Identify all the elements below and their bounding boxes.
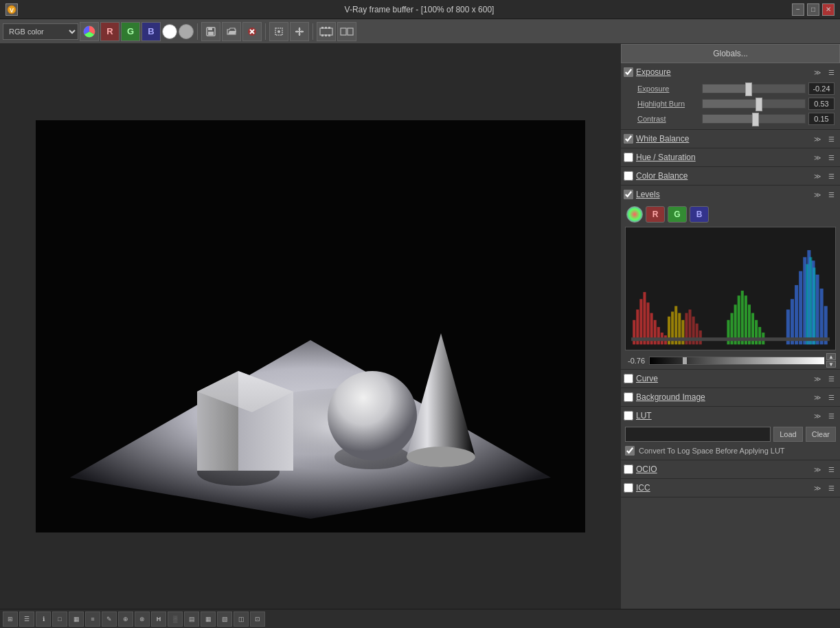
exposure-expand-icon[interactable]: ≫ — [811, 66, 824, 78]
white-balance-checkbox[interactable] — [624, 134, 633, 144]
taskbar-btn-3[interactable]: □ — [52, 612, 67, 627]
highlight-burn-label[interactable]: Highlight Burn — [637, 100, 699, 108]
hue-saturation-menu-icon[interactable]: ☰ — [825, 151, 837, 164]
exposure-slider-track[interactable] — [702, 84, 806, 93]
background-image-expand-icon[interactable]: ≫ — [811, 391, 824, 403]
hue-saturation-expand-icon[interactable]: ≫ — [811, 151, 824, 164]
stereo-button[interactable] — [337, 22, 356, 41]
taskbar-btn-9[interactable]: H — [151, 612, 166, 627]
taskbar-btn-14[interactable]: ◫ — [234, 612, 249, 627]
white-balance-label[interactable]: White Balance — [636, 134, 808, 144]
exposure-slider-value[interactable]: -0.24 — [808, 82, 835, 95]
r-channel-button[interactable]: R — [100, 22, 120, 41]
color-balance-label[interactable]: Color Balance — [636, 171, 808, 181]
open-button[interactable] — [222, 22, 241, 41]
r-channel-level-button[interactable]: R — [646, 206, 665, 223]
lut-checkbox[interactable] — [624, 411, 633, 420]
filmstrip-button[interactable] — [317, 22, 336, 41]
region-button[interactable] — [269, 22, 288, 41]
contrast-track[interactable] — [702, 114, 806, 124]
highlight-burn-value[interactable]: 0.53 — [808, 98, 835, 110]
render-area — [0, 44, 620, 609]
taskbar-btn-1[interactable]: ☰ — [19, 612, 34, 627]
lut-menu-icon[interactable]: ☰ — [825, 410, 837, 422]
taskbar-btn-10[interactable]: ░ — [168, 612, 183, 627]
g-channel-button[interactable]: G — [121, 22, 140, 41]
taskbar-btn-7[interactable]: ⊕ — [118, 612, 133, 627]
exposure-menu-icon[interactable]: ☰ — [825, 66, 837, 78]
g-channel-level-button[interactable]: G — [668, 206, 687, 223]
highlight-burn-track[interactable] — [702, 99, 806, 109]
b-channel-level-button[interactable]: B — [690, 206, 709, 223]
lut-load-button[interactable]: Load — [773, 427, 802, 442]
curve-label[interactable]: Curve — [636, 374, 808, 383]
hue-saturation-checkbox[interactable] — [624, 153, 633, 162]
exposure-slider-label[interactable]: Exposure — [637, 85, 699, 93]
taskbar-btn-6[interactable]: ✎ — [102, 612, 117, 627]
levels-checkbox[interactable] — [624, 190, 633, 199]
lut-file-input[interactable] — [625, 427, 771, 442]
icc-expand-icon[interactable]: ≫ — [811, 482, 824, 494]
white-balance-menu-icon[interactable]: ☰ — [825, 133, 837, 145]
histogram-down-arrow[interactable]: ▼ — [826, 361, 836, 368]
b-channel-button[interactable]: B — [141, 22, 161, 41]
curve-expand-icon[interactable]: ≫ — [811, 372, 824, 385]
taskbar-btn-15[interactable]: ⊡ — [250, 612, 265, 627]
color-balance-menu-icon[interactable]: ☰ — [825, 170, 837, 182]
color-mode-select[interactable]: RGB color Alpha Luminance — [3, 23, 78, 40]
minimize-button[interactable]: − — [792, 3, 804, 16]
levels-label[interactable]: Levels — [636, 190, 808, 199]
convert-log-checkbox[interactable] — [625, 446, 635, 456]
white-balance-expand-icon[interactable]: ≫ — [811, 133, 824, 145]
color-balance-checkbox[interactable] — [624, 171, 633, 181]
background-image-menu-icon[interactable]: ☰ — [825, 391, 837, 403]
levels-menu-icon[interactable]: ☰ — [825, 188, 837, 201]
gray-circle-button[interactable] — [179, 24, 194, 39]
taskbar-btn-8[interactable]: ⊗ — [135, 612, 150, 627]
icc-checkbox[interactable] — [624, 483, 633, 493]
globals-button[interactable]: Globals... — [621, 44, 840, 63]
curve-checkbox[interactable] — [624, 374, 633, 383]
background-image-label[interactable]: Background Image — [636, 392, 808, 402]
exposure-checkbox[interactable] — [624, 67, 633, 77]
taskbar-btn-11[interactable]: ▤ — [184, 612, 199, 627]
background-image-checkbox[interactable] — [624, 392, 633, 402]
ocio-label[interactable]: OCIO — [636, 464, 808, 474]
taskbar-btn-4[interactable]: ▦ — [69, 612, 84, 627]
levels-expand-icon[interactable]: ≫ — [811, 188, 824, 201]
ocio-expand-icon[interactable]: ≫ — [811, 463, 824, 475]
taskbar-btn-12[interactable]: ▦ — [201, 612, 216, 627]
icc-menu-icon[interactable]: ☰ — [825, 482, 837, 494]
taskbar-btn-13[interactable]: ▧ — [217, 612, 232, 627]
svg-rect-53 — [699, 330, 702, 344]
window-title: V-Ray frame buffer - [100% of 800 x 600] — [47, 5, 792, 14]
contrast-label[interactable]: Contrast — [637, 115, 699, 123]
app-icon-btn[interactable]: V — [5, 3, 18, 16]
icc-label[interactable]: ICC — [636, 483, 808, 493]
svg-rect-52 — [696, 324, 699, 345]
color-balance-expand-icon[interactable]: ≫ — [811, 170, 824, 182]
save-button[interactable] — [201, 22, 220, 41]
ocio-menu-icon[interactable]: ☰ — [825, 463, 837, 475]
white-circle-button[interactable] — [162, 24, 177, 39]
lut-clear-button[interactable]: Clear — [806, 427, 836, 442]
curve-menu-icon[interactable]: ☰ — [825, 372, 837, 385]
channel-color-icon[interactable] — [626, 206, 643, 223]
lut-label[interactable]: LUT — [636, 411, 808, 420]
histogram-up-arrow[interactable]: ▲ — [826, 353, 836, 360]
taskbar-btn-2[interactable]: ℹ — [36, 612, 51, 627]
maximize-button[interactable]: □ — [807, 3, 819, 16]
color-wheel-button[interactable] — [80, 22, 99, 41]
close-button[interactable]: ✕ — [822, 3, 835, 16]
hue-saturation-label[interactable]: Hue / Saturation — [636, 153, 808, 162]
taskbar-btn-0[interactable]: ⊞ — [3, 612, 18, 627]
pan-button[interactable] — [290, 22, 309, 41]
contrast-value[interactable]: 0.15 — [808, 113, 835, 125]
delete-button[interactable] — [242, 22, 262, 41]
lut-expand-icon[interactable]: ≫ — [811, 410, 824, 422]
ocio-checkbox[interactable] — [624, 464, 633, 474]
exposure-label[interactable]: Exposure — [636, 67, 808, 77]
taskbar-btn-5[interactable]: ≡ — [85, 612, 100, 627]
histogram-track[interactable] — [649, 357, 825, 365]
svg-rect-59 — [745, 295, 747, 344]
